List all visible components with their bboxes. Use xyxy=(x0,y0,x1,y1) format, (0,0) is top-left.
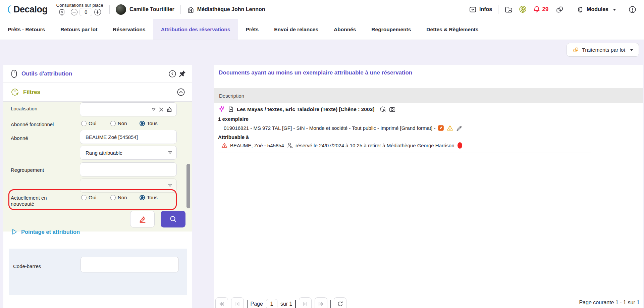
tab-reservations[interactable]: Réservations xyxy=(105,19,153,40)
next-page-icon xyxy=(302,301,309,307)
tab-retours-par-lot[interactable]: Retours par lot xyxy=(53,19,105,40)
folder-icon[interactable] xyxy=(504,5,513,14)
tab-abonnes[interactable]: Abonnés xyxy=(326,19,364,40)
app-logo[interactable]: Decalog xyxy=(7,4,48,15)
rang-attribuable-select[interactable]: Rang attribuable xyxy=(80,146,177,160)
infos-label: Infos xyxy=(479,6,492,12)
tab-attribution-des-reservations[interactable]: Attribution des réservations xyxy=(153,19,238,40)
pointage-panel: Code-barres xyxy=(9,249,187,295)
camera-icon[interactable] xyxy=(389,106,396,113)
radio-oui[interactable]: Oui xyxy=(81,195,110,200)
tab-prets[interactable]: Prêts xyxy=(238,19,266,40)
table-header-description: Description xyxy=(214,88,643,103)
chevron-up-circle-icon[interactable] xyxy=(176,88,185,97)
link-icon[interactable] xyxy=(555,5,564,14)
pointage-section-header[interactable]: Pointage et attribution xyxy=(10,228,80,236)
tab-dettes-reglements[interactable]: Dettes & Règlements xyxy=(419,19,486,40)
search-button[interactable] xyxy=(161,211,185,227)
page-total-label: sur 1 xyxy=(280,301,292,307)
abonne-input[interactable]: BEAUME Zoé [545854] xyxy=(80,130,177,144)
attribution-tools-panel: Outils d'attribution Filtres Localisatio… xyxy=(3,65,192,308)
regroupement-select[interactable] xyxy=(80,178,177,193)
last-page-icon xyxy=(318,301,324,307)
copies-count: 1 exemplaire xyxy=(218,116,249,122)
refresh-icon xyxy=(337,301,343,307)
header-separator xyxy=(180,5,181,14)
tab-prets-retours[interactable]: Prêts - Retours xyxy=(0,19,53,40)
infos-button[interactable]: Infos xyxy=(469,6,492,13)
sidebar-scrollbar[interactable] xyxy=(186,164,190,208)
user-avatar xyxy=(116,4,126,15)
panel-header: Outils d'attribution xyxy=(3,65,192,83)
page-number-input[interactable]: 1 xyxy=(266,299,277,308)
minus-button[interactable] xyxy=(71,9,77,15)
localisation-label: Localisation xyxy=(11,106,37,111)
code-barres-label: Code-barres xyxy=(13,263,41,269)
search-icon xyxy=(169,215,177,223)
pager-separator xyxy=(330,300,331,308)
radio-tous[interactable]: Tous xyxy=(140,195,169,200)
tab-regroupements[interactable]: Regroupements xyxy=(364,19,419,40)
person-link-icon[interactable] xyxy=(286,142,293,149)
header-separator xyxy=(109,5,110,14)
radio-non[interactable]: Non xyxy=(110,120,140,126)
chevron-down-icon[interactable] xyxy=(151,107,156,111)
consultations-counter: Consultations sur place 0 xyxy=(56,3,103,16)
radio-oui[interactable]: Oui xyxy=(81,120,110,126)
pager-separator xyxy=(295,300,296,308)
prev-page-button[interactable] xyxy=(231,297,244,308)
header-separator xyxy=(570,5,570,14)
code-barres-input[interactable] xyxy=(80,257,179,272)
plus-button[interactable] xyxy=(94,9,101,15)
next-page-button[interactable] xyxy=(299,297,312,308)
reservation-detail: réservé le 24/07/2024 à 10:25 à retirer … xyxy=(296,143,454,148)
main-area: Traitements par lot Outils d'attribution… xyxy=(0,40,644,308)
filters-section-header[interactable]: Filtres xyxy=(3,83,192,102)
chevron-down-icon xyxy=(168,184,172,188)
radio-non[interactable]: Non xyxy=(110,195,140,200)
play-icon xyxy=(10,228,17,236)
abonne-value: BEAUME Zoé [545854] xyxy=(86,134,138,140)
home-icon[interactable] xyxy=(166,106,172,112)
last-page-button[interactable] xyxy=(315,297,327,308)
collapse-panel-icon[interactable] xyxy=(168,69,177,78)
localisation-input[interactable] xyxy=(80,102,177,116)
clear-filters-button[interactable] xyxy=(130,211,155,227)
warning-icon[interactable] xyxy=(446,124,453,132)
radio-tous[interactable]: Tous xyxy=(140,120,169,126)
module-tabbar: Prêts - Retours Retours par lot Réservat… xyxy=(0,19,644,40)
page-summary: Page courante 1 - 1 sur 1 xyxy=(579,300,640,306)
modules-menu[interactable]: Modules xyxy=(576,6,616,13)
info-icon[interactable] xyxy=(628,5,637,14)
podcast-icon[interactable] xyxy=(519,5,527,14)
notifications-button[interactable]: 29 xyxy=(533,5,548,13)
refresh-button[interactable] xyxy=(334,297,346,308)
library-name: Médiathèque John Lennon xyxy=(197,6,265,12)
edit-icon[interactable] xyxy=(456,125,463,132)
logo-text: Decalog xyxy=(13,4,48,15)
new-item-icon xyxy=(218,106,225,113)
pin-icon[interactable] xyxy=(178,70,186,78)
regroupement-input[interactable] xyxy=(80,162,177,176)
record-search-icon[interactable] xyxy=(379,106,386,113)
tab-envoi-de-relances[interactable]: Envoi de relances xyxy=(266,19,326,40)
copies-count-line: 1 exemplaire xyxy=(218,116,249,122)
current-user[interactable]: Camille Tourtillier xyxy=(116,4,174,15)
patron-name: BEAUME, Zoé - 545854 xyxy=(230,143,284,148)
batch-actions-button[interactable]: Traitements par lot xyxy=(567,43,639,57)
consultations-count[interactable]: 0 xyxy=(79,8,92,16)
first-page-button[interactable] xyxy=(215,297,228,308)
prev-page-icon xyxy=(234,301,241,307)
filters-form: Localisation Abonné fonctionnel Oui Non … xyxy=(3,102,192,232)
library-building-icon xyxy=(187,6,195,13)
chevron-down-icon xyxy=(168,151,172,155)
document-title: Les Mayas / textes, Éric Taladoire (Text… xyxy=(237,106,374,112)
current-library[interactable]: Médiathèque John Lennon xyxy=(187,6,265,13)
copy-detail-line: 019016821 - MS 972 TAL [GF] - SIN - Mond… xyxy=(224,124,463,132)
results-panel: Documents ayant au moins un exemplaire a… xyxy=(214,65,643,308)
attributable-label: Attribuable à xyxy=(218,134,249,140)
clear-icon[interactable] xyxy=(159,107,163,112)
header-separator xyxy=(552,6,552,13)
abonne-fonctionnel-label: Abonné fonctionnel xyxy=(11,121,54,127)
consultations-label: Consultations sur place xyxy=(56,3,103,8)
